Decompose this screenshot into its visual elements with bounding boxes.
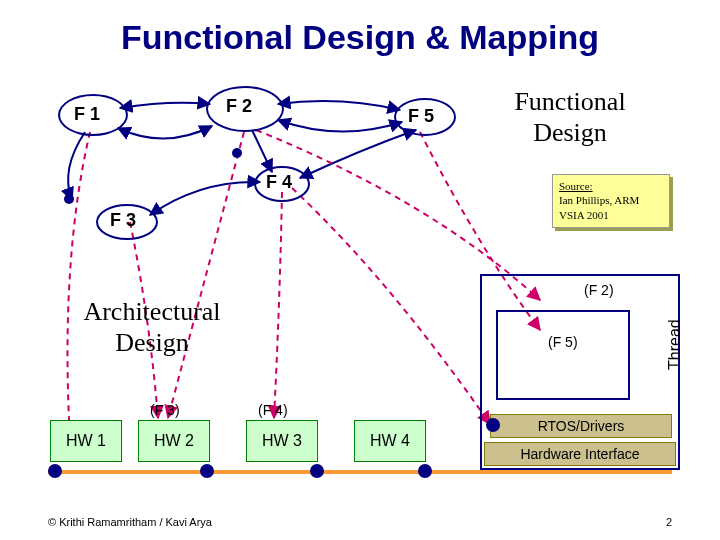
footer-page-number: 2 [666,516,672,528]
baseline-dot-2 [200,464,214,478]
baseline-bar [48,470,672,474]
hw1-label: HW 1 [66,432,106,450]
hw2-box: HW 2 [138,420,210,462]
baseline-dot-4 [418,464,432,478]
section-architectural-label: ArchitecturalDesign [62,296,242,358]
hw4-label: HW 4 [370,432,410,450]
hw1-box: HW 1 [50,420,122,462]
node-f3-label: F 3 [110,210,136,231]
source-line2: Ian Phillips, ARM [559,193,663,207]
dot-left-f3 [64,194,74,204]
node-f2-label: F 2 [226,96,252,117]
paren-f3: (F 3) [150,402,180,418]
thread-label: Thread [666,319,684,370]
baseline-dot-3 [310,464,324,478]
paren-f5: (F 5) [548,334,578,350]
f5-box [496,310,630,400]
source-line1: Source: [559,179,663,193]
hwif-bar: Hardware Interface [484,442,676,466]
baseline-dot-5 [486,418,500,432]
hw4-box: HW 4 [354,420,426,462]
rtos-bar: RTOS/Drivers [490,414,672,438]
node-f4-label: F 4 [266,172,292,193]
dot-under-f2 [232,148,242,158]
rtos-bar-label: RTOS/Drivers [538,418,625,434]
paren-f2: (F 2) [584,282,614,298]
node-f5-label: F 5 [408,106,434,127]
node-f1-label: F 1 [74,104,100,125]
section-functional-label: FunctionalDesign [490,86,650,148]
source-note: Source: Ian Phillips, ARM VSIA 2001 [552,174,670,228]
baseline-dot-1 [48,464,62,478]
hwif-bar-label: Hardware Interface [520,446,639,462]
hw2-label: HW 2 [154,432,194,450]
page-title: Functional Design & Mapping [0,18,720,57]
hw3-label: HW 3 [262,432,302,450]
hw3-box: HW 3 [246,420,318,462]
paren-f4: (F 4) [258,402,288,418]
source-line3: VSIA 2001 [559,208,663,222]
footer-credit: © Krithi Ramamritham / Kavi Arya [48,516,212,528]
